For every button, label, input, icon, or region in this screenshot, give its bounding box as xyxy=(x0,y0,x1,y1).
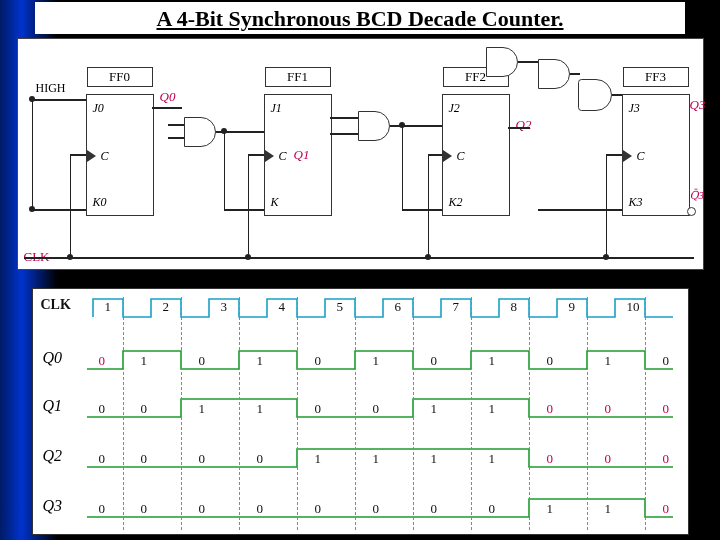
ff1-k-pin: K xyxy=(271,195,279,210)
state-value: 0 xyxy=(141,451,148,467)
state-value: 0 xyxy=(605,401,612,417)
ff1-title: FF1 xyxy=(265,67,331,87)
clock-divider xyxy=(355,297,356,530)
state-value: 1 xyxy=(431,451,438,467)
state-value: 1 xyxy=(547,501,554,517)
clock-divider xyxy=(123,297,124,530)
not-bubble-icon xyxy=(687,207,696,216)
ff1-q-out: Q1 xyxy=(294,147,310,163)
clock-triangle-icon xyxy=(87,150,96,162)
state-value: 0 xyxy=(257,451,264,467)
clk-number: 8 xyxy=(511,299,518,315)
and-gate-4 xyxy=(538,59,570,89)
clock-divider xyxy=(645,297,646,530)
timing-diagram: CLK Q0 Q1 Q2 Q3 12345678910 010101010100… xyxy=(32,288,689,535)
state-value: 0 xyxy=(547,401,554,417)
ff0-k-pin: K0 xyxy=(93,195,107,210)
clk-number: 9 xyxy=(569,299,576,315)
clk-number: 4 xyxy=(279,299,286,315)
ff2-c-pin: C xyxy=(457,149,465,164)
state-value: 0 xyxy=(99,501,106,517)
state-value: 1 xyxy=(489,401,496,417)
clk-number: 7 xyxy=(453,299,460,315)
ff3-j-pin: J3 xyxy=(629,101,640,116)
clk-number: 3 xyxy=(221,299,228,315)
state-value: 0 xyxy=(257,501,264,517)
state-value: 0 xyxy=(373,501,380,517)
ff2-k-pin: K2 xyxy=(449,195,463,210)
state-value: 1 xyxy=(431,401,438,417)
state-value: 1 xyxy=(489,451,496,467)
or-gate-1 xyxy=(578,79,612,111)
state-value: 1 xyxy=(489,353,496,369)
circuit-diagram: HIGH CLK FF0 J0 C K0 Q0 FF1 J1 C K Q1 xyxy=(17,38,704,270)
ff2-j-pin: J2 xyxy=(449,101,460,116)
clk-number: 1 xyxy=(105,299,112,315)
clock-divider xyxy=(181,297,182,530)
state-value: 1 xyxy=(373,353,380,369)
state-value: 0 xyxy=(141,501,148,517)
ff1-c-pin: C xyxy=(279,149,287,164)
state-value: 0 xyxy=(141,401,148,417)
clock-divider xyxy=(297,297,298,530)
ff3-k-pin: K3 xyxy=(629,195,643,210)
state-value: 1 xyxy=(605,501,612,517)
clock-triangle-icon xyxy=(623,150,632,162)
state-value: 1 xyxy=(141,353,148,369)
state-value: 0 xyxy=(99,353,106,369)
ff0-j-pin: J0 xyxy=(93,101,104,116)
state-value: 0 xyxy=(99,401,106,417)
ff0-c-pin: C xyxy=(101,149,109,164)
and-gate-1 xyxy=(184,117,216,147)
state-value: 0 xyxy=(489,501,496,517)
state-value: 1 xyxy=(605,353,612,369)
state-value: 0 xyxy=(199,353,206,369)
state-value: 0 xyxy=(663,353,670,369)
state-value: 0 xyxy=(315,401,322,417)
state-value: 0 xyxy=(431,353,438,369)
state-value: 1 xyxy=(315,451,322,467)
ff3-qbar-out: Q̄3 xyxy=(690,189,705,202)
clk-number: 2 xyxy=(163,299,170,315)
flipflop-ff0: FF0 J0 C K0 xyxy=(86,94,154,216)
state-value: 0 xyxy=(663,401,670,417)
ff2-q-out: Q2 xyxy=(516,117,532,133)
state-value: 0 xyxy=(315,501,322,517)
clock-divider xyxy=(471,297,472,530)
state-value: 0 xyxy=(373,401,380,417)
ff3-title: FF3 xyxy=(623,67,689,87)
ff0-title: FF0 xyxy=(87,67,153,87)
state-value: 0 xyxy=(99,451,106,467)
clock-triangle-icon xyxy=(443,150,452,162)
state-value: 0 xyxy=(199,451,206,467)
state-value: 1 xyxy=(199,401,206,417)
ff3-c-pin: C xyxy=(637,149,645,164)
clk-number: 6 xyxy=(395,299,402,315)
clk-number: 5 xyxy=(337,299,344,315)
clk-wave xyxy=(33,289,688,534)
and-gate-2 xyxy=(358,111,390,141)
state-value: 0 xyxy=(431,501,438,517)
state-value: 0 xyxy=(547,451,554,467)
high-label: HIGH xyxy=(36,81,66,96)
state-value: 0 xyxy=(663,501,670,517)
state-value: 0 xyxy=(199,501,206,517)
ff0-q-out: Q0 xyxy=(160,89,176,105)
state-value: 0 xyxy=(547,353,554,369)
clock-divider xyxy=(413,297,414,530)
state-value: 1 xyxy=(257,401,264,417)
clk-number: 10 xyxy=(627,299,640,315)
state-value: 1 xyxy=(257,353,264,369)
state-value: 0 xyxy=(663,451,670,467)
state-value: 1 xyxy=(373,451,380,467)
clock-divider xyxy=(239,297,240,530)
clock-triangle-icon xyxy=(265,150,274,162)
state-value: 0 xyxy=(315,353,322,369)
clock-divider xyxy=(587,297,588,530)
flipflop-ff2: FF2 J2 C K2 xyxy=(442,94,510,216)
ff3-q-out: Q3 xyxy=(690,97,706,113)
clock-divider xyxy=(529,297,530,530)
state-value: 0 xyxy=(605,451,612,467)
and-gate-3 xyxy=(486,47,518,77)
page-title: A 4-Bit Synchronous BCD Decade Counter. xyxy=(35,2,685,34)
